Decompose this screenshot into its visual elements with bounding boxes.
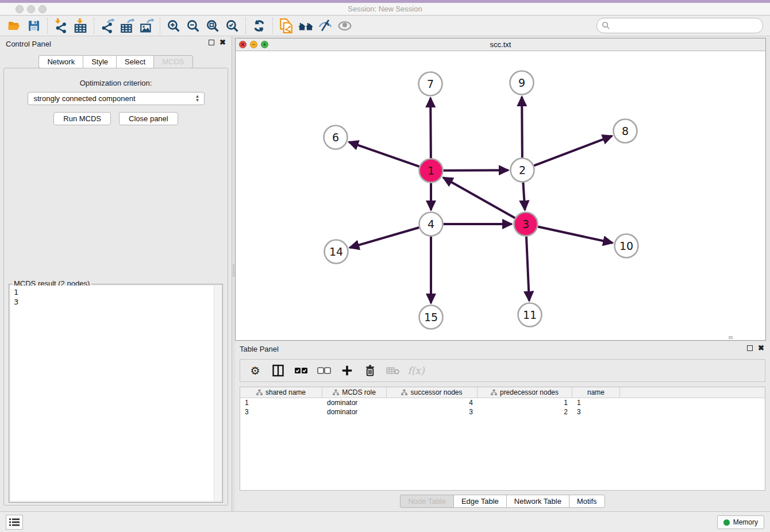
toolbar-separator [94, 18, 94, 34]
frame-resize-grip[interactable] [729, 336, 733, 339]
table-body: 1dominator4113dominator323 [240, 398, 765, 417]
toolbar-separator [245, 18, 246, 34]
table-cell: 3 [572, 408, 620, 416]
table-cell: dominator [322, 408, 387, 416]
tab-mcds[interactable]: MCDS [153, 55, 192, 68]
graph-edge-3-11[interactable] [526, 236, 529, 300]
network-canvas[interactable]: 7968124314101511 [236, 51, 765, 340]
tab-edge-table[interactable]: Edge Table [453, 495, 506, 508]
tab-node-table[interactable]: Node Table [400, 495, 453, 508]
table-panel-float-icon[interactable] [747, 345, 753, 351]
apply-layout-icon[interactable] [249, 17, 269, 34]
mcds-panel: Optimization criterion: strongly connect… [3, 68, 228, 506]
graph-node-label: 6 [332, 131, 339, 144]
column-header-predecessor-nodes[interactable]: predecessor nodes [478, 387, 572, 398]
import-table-icon[interactable] [71, 17, 90, 34]
search-box[interactable] [596, 18, 763, 33]
search-input[interactable] [610, 21, 758, 30]
table-settings-icon[interactable]: ⚙ [245, 362, 265, 379]
graph-node-label: 3 [522, 218, 529, 230]
function-builder-icon[interactable]: f(x) [406, 362, 426, 379]
graph-edge-1-2[interactable] [443, 170, 508, 171]
graph-edge-4-14[interactable] [350, 228, 419, 248]
table-cell: 1 [240, 399, 322, 407]
table-cell: dominator [322, 399, 387, 407]
save-session-icon[interactable] [24, 17, 44, 34]
graph-edge-2-9[interactable] [522, 97, 522, 157]
column-layout-icon[interactable] [268, 362, 288, 379]
new-network-from-selection-icon[interactable] [276, 17, 296, 34]
graph-edge-2-3[interactable] [523, 182, 525, 210]
control-panel-float-icon[interactable] [209, 40, 214, 45]
hide-selected-icon[interactable] [315, 17, 335, 34]
task-history-button[interactable] [6, 515, 23, 530]
first-neighbors-icon[interactable] [296, 17, 315, 34]
table-cell: 2 [478, 408, 572, 416]
memory-button[interactable]: Memory [717, 515, 764, 529]
table-row[interactable]: 3dominator323 [240, 407, 765, 417]
graph-edge-2-8[interactable] [534, 136, 612, 166]
table-tabs: Node Table Edge Table Network Table Moti… [235, 495, 770, 508]
table-cell: 3 [240, 408, 322, 416]
hierarchy-icon [256, 390, 263, 395]
graph-node-label: 2 [519, 164, 526, 176]
export-network-icon[interactable] [98, 17, 117, 34]
criterion-select[interactable]: strongly connected component ▲▼ [28, 92, 205, 105]
graph-node-label: 9 [518, 76, 525, 89]
graph-node-label: 14 [329, 245, 343, 258]
network-window-titlebar[interactable]: ✕ − + scc.txt [236, 38, 765, 51]
graph-edge-3-10[interactable] [538, 227, 613, 243]
export-image-icon[interactable] [137, 17, 156, 34]
network-window: ✕ − + scc.txt 7968124314101511 [235, 38, 766, 341]
unselect-all-columns-icon[interactable] [314, 362, 334, 379]
column-header-mcds-role[interactable]: MCDS role [322, 387, 387, 398]
graph-edge-3-1[interactable] [443, 178, 515, 218]
column-header-shared-name[interactable]: shared name [240, 387, 322, 398]
select-stepper-icon: ▲▼ [195, 94, 200, 102]
control-panel: Control Panel ✖ Network Style Select MCD… [0, 36, 232, 511]
tab-network[interactable]: Network [38, 55, 83, 68]
zoom-fit-icon[interactable] [203, 17, 222, 34]
column-header-name[interactable]: name [572, 387, 620, 398]
open-file-icon[interactable] [5, 17, 24, 34]
zoom-out-icon[interactable] [183, 17, 203, 34]
result-scrollbar[interactable] [214, 286, 221, 501]
run-mcds-button[interactable]: Run MCDS [53, 112, 111, 125]
control-panel-close-icon[interactable]: ✖ [220, 40, 226, 45]
graph-node-label: 8 [622, 125, 629, 137]
tab-style[interactable]: Style [83, 55, 116, 68]
import-network-icon[interactable] [51, 17, 71, 34]
export-table-icon[interactable] [117, 17, 137, 34]
status-bar: Memory [0, 511, 770, 532]
select-all-columns-icon[interactable] [291, 362, 311, 379]
table-cell: 4 [387, 399, 478, 407]
criterion-value: strongly connected component [34, 94, 136, 103]
delete-column-icon[interactable] [360, 362, 380, 379]
control-panel-tabs: Network Style Select MCDS [0, 55, 232, 68]
table-panel-close-icon[interactable]: ✖ [758, 345, 764, 351]
zoom-selected-icon[interactable] [222, 17, 242, 34]
table-panel: Table Panel ✖ ⚙ f(x) share [235, 342, 770, 511]
show-all-icon[interactable] [335, 17, 355, 34]
add-column-icon[interactable] [337, 362, 357, 379]
mcds-result-textarea[interactable]: 13 [10, 286, 221, 501]
zoom-in-icon[interactable] [164, 17, 183, 34]
hierarchy-icon [491, 390, 497, 395]
node-table: shared name MCDS role successor nodes pr… [240, 387, 765, 491]
close-panel-button[interactable]: Close panel [119, 112, 178, 125]
memory-label: Memory [733, 518, 758, 526]
list-icon [9, 518, 20, 526]
divider-grip[interactable] [233, 264, 234, 277]
tab-motifs[interactable]: Motifs [569, 495, 605, 508]
table-row[interactable]: 1dominator411 [240, 398, 765, 407]
column-header-successor-nodes[interactable]: successor nodes [387, 387, 478, 398]
table-cell: 3 [387, 408, 478, 416]
delete-table-icon[interactable] [383, 362, 403, 379]
tab-network-table[interactable]: Network Table [506, 495, 569, 508]
graph-edge-1-6[interactable] [349, 142, 419, 167]
graph-node-label: 10 [619, 240, 633, 252]
graph-edge-1-7[interactable] [430, 98, 431, 158]
table-cell: 1 [572, 399, 620, 407]
tab-select[interactable]: Select [116, 55, 153, 68]
toolbar-separator [160, 18, 160, 34]
